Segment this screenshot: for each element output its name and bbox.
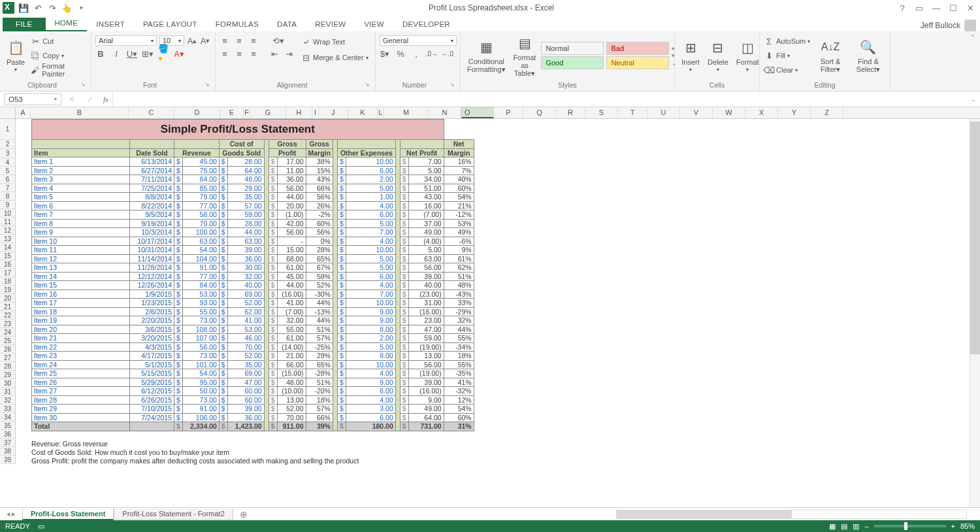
align-middle-icon[interactable]: ≡ [234, 35, 244, 46]
orientation-icon[interactable]: ⟲▾ [273, 35, 284, 46]
col-header-P[interactable]: P [494, 107, 523, 118]
row-header-7[interactable]: 7 [0, 184, 16, 192]
undo-icon[interactable]: ↶ [33, 3, 43, 13]
col-header-L[interactable]: L [378, 107, 384, 118]
row-header-27[interactable]: 27 [0, 354, 16, 362]
tab-home[interactable]: HOME [46, 16, 88, 31]
insert-button[interactable]: ⊞Insert▾ [679, 37, 702, 75]
zoom-out-icon[interactable]: – [864, 522, 868, 530]
col-header-G[interactable]: G [250, 107, 286, 118]
table-row[interactable]: Item 16 1/9/2015 $53.00 $69.00 $(16.00) … [32, 290, 474, 299]
row-header-16[interactable]: 16 [0, 260, 16, 269]
row-headers[interactable]: 1234567891011121314151617181920212223242… [0, 119, 16, 464]
decrease-indent-icon[interactable]: ⇤ [269, 48, 280, 59]
tab-file[interactable]: FILE [3, 18, 46, 31]
number-format-select[interactable]: General▾ [380, 35, 457, 46]
sort-filter-button[interactable]: A↓ZSort & Filter▾ [814, 37, 847, 75]
tab-view[interactable]: VIEW [355, 18, 393, 31]
save-icon[interactable]: 💾 [18, 3, 29, 13]
tab-formulas[interactable]: FORMULAS [206, 18, 268, 31]
row-header-8[interactable]: 8 [0, 192, 16, 201]
table-row[interactable]: Item 11 10/31/2014 $54.00 $39.00 $15.00 … [32, 246, 474, 255]
col-header-X[interactable]: X [745, 107, 778, 118]
conditional-formatting-button[interactable]: ▦Conditional Formatting▾ [465, 37, 508, 75]
fx-icon[interactable]: fx [99, 95, 112, 103]
col-header-K[interactable]: K [348, 107, 378, 118]
percent-icon[interactable]: % [395, 48, 406, 59]
col-header-I[interactable]: I [312, 107, 319, 118]
zoom-slider[interactable] [874, 525, 946, 527]
collapse-ribbon-icon[interactable]: ˄ [966, 31, 980, 91]
table-row[interactable]: Item 5 8/8/2014 $79.00 $35.00 $44.00 56%… [32, 193, 474, 202]
table-row[interactable]: Item 4 7/25/2014 $85.00 $29.00 $56.00 66… [32, 184, 474, 193]
cut-button[interactable]: ✂Cut [30, 35, 87, 48]
delete-button[interactable]: ⊟Delete▾ [705, 37, 731, 75]
col-header-A[interactable]: A [16, 107, 31, 118]
style-neutral[interactable]: Neutral [606, 56, 669, 69]
increase-indent-icon[interactable]: ⇥ [284, 48, 294, 59]
touch-icon[interactable]: 👆 [61, 3, 72, 13]
find-select-button[interactable]: 🔍Find & Select▾ [851, 37, 886, 75]
tab-insert[interactable]: INSERT [87, 18, 134, 31]
user-avatar-icon[interactable] [964, 20, 976, 31]
row-header-29[interactable]: 29 [0, 371, 16, 379]
col-header-M[interactable]: M [384, 107, 429, 118]
ribbon-options-icon[interactable]: ▭ [913, 3, 925, 13]
table-row[interactable]: Item 10 10/17/2014 $63.00 $63.00 $- 0% $… [32, 237, 474, 246]
table-row[interactable]: Item 1 6/13/2014 $45.00 $28.00 $17.00 38… [32, 158, 474, 167]
row-header-3[interactable]: 3 [0, 149, 16, 158]
row-header-13[interactable]: 13 [0, 235, 16, 243]
comma-icon[interactable]: , [411, 48, 421, 59]
row-header-14[interactable]: 14 [0, 243, 16, 252]
name-box[interactable]: O53▾ [4, 93, 61, 105]
align-right-icon[interactable]: ≡ [248, 48, 259, 59]
align-center-icon[interactable]: ≡ [234, 48, 244, 59]
row-header-36[interactable]: 36 [0, 430, 16, 439]
style-bad[interactable]: Bad [606, 42, 669, 55]
row-header-4[interactable]: 4 [0, 158, 16, 167]
row-header-9[interactable]: 9 [0, 201, 16, 209]
tab-data[interactable]: DATA [268, 18, 306, 31]
fill-button[interactable]: ⬇Fill▾ [764, 49, 810, 62]
underline-button[interactable]: U▾ [127, 48, 137, 59]
row-header-26[interactable]: 26 [0, 345, 16, 354]
view-normal-icon[interactable]: ▦ [829, 522, 836, 531]
col-header-H[interactable]: H [286, 107, 312, 118]
table-row[interactable]: Item 13 11/28/2014 $91.00 $30.00 $61.00 … [32, 263, 474, 273]
number-launcher-icon[interactable]: ↘ [449, 81, 455, 88]
maximize-icon[interactable]: ☐ [947, 3, 959, 13]
fill-color-button[interactable]: 🪣▾ [158, 48, 169, 59]
clear-button[interactable]: ⌫Clear▾ [764, 63, 810, 76]
col-header-R[interactable]: R [556, 107, 585, 118]
col-header-E[interactable]: E [220, 107, 244, 118]
row-header-18[interactable]: 18 [0, 277, 16, 286]
format-painter-button[interactable]: 🖌Format Painter [30, 63, 87, 76]
table-row[interactable]: Item 18 2/6/2015 $55.00 $62.00 $(7.00) -… [32, 307, 474, 316]
col-header-C[interactable]: C [129, 107, 174, 118]
table-row[interactable]: Item 14 12/12/2014 $77.00 $32.00 $45.00 … [32, 272, 474, 281]
decrease-font-icon[interactable]: A▾ [200, 35, 210, 46]
row-header-21[interactable]: 21 [0, 303, 16, 311]
row-header-33[interactable]: 33 [0, 405, 16, 413]
col-header-O[interactable]: O [461, 107, 494, 118]
row-header-5[interactable]: 5 [0, 167, 16, 175]
col-header-S[interactable]: S [585, 107, 618, 118]
table-row[interactable]: Item 30 7/24/2015 $106.00 $36.00 $70.00 … [32, 413, 474, 422]
enter-formula-icon[interactable]: ✓ [81, 95, 99, 104]
table-row[interactable]: Item 28 6/26/2015 $73.00 $60.00 $13.00 1… [32, 395, 474, 405]
col-header-U[interactable]: U [647, 107, 680, 118]
sheet-tab-other[interactable]: Profit-Loss Statement - Format2 [114, 508, 233, 520]
clipboard-launcher-icon[interactable]: ↘ [80, 81, 86, 88]
close-icon[interactable]: ✕ [964, 3, 976, 13]
row-header-11[interactable]: 11 [0, 218, 16, 226]
format-as-table-button[interactable]: ▤Format as Table▾ [511, 33, 539, 78]
row-header-34[interactable]: 34 [0, 413, 16, 422]
table-row[interactable]: Item 6 8/22/2014 $77.00 $57.00 $20.00 26… [32, 201, 474, 210]
column-headers[interactable]: ABCDEFGHIJKLMNOPQRSTUVWXYZ [0, 107, 980, 119]
row-header-17[interactable]: 17 [0, 269, 16, 277]
table-row[interactable]: Item 20 3/6/2015 $108.00 $53.00 $55.00 5… [32, 325, 474, 334]
view-layout-icon[interactable]: ▤ [841, 522, 847, 531]
qat-more-icon[interactable]: ▾ [76, 3, 86, 13]
table-row[interactable]: Item 8 9/19/2014 $70.00 $28.00 $42.00 60… [32, 219, 474, 228]
formula-input[interactable] [112, 91, 967, 107]
